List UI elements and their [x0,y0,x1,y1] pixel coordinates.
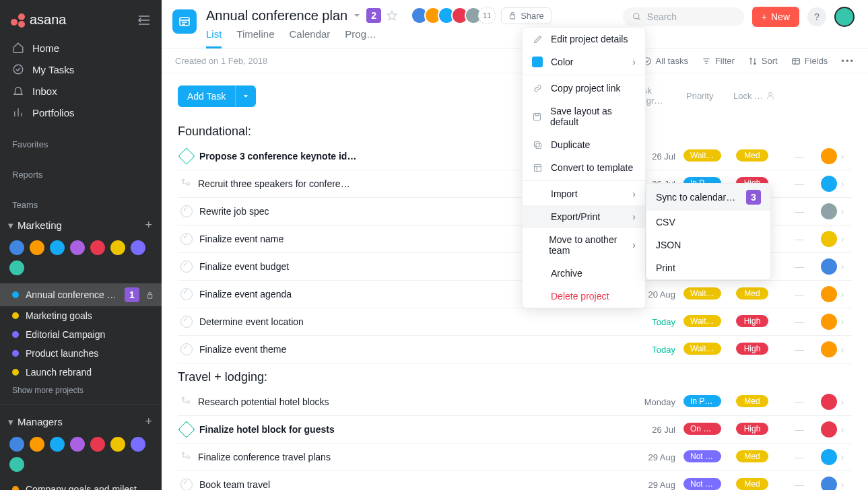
lock-cell[interactable]: — [775,206,815,217]
tab-prog[interactable]: Prog… [345,28,376,48]
lock-cell[interactable]: — [775,344,815,355]
section-header[interactable]: Travel + lodging: [178,363,852,388]
menu-item-color[interactable]: Color› [523,50,645,73]
lock-cell[interactable]: — [775,396,815,407]
more-actions[interactable]: ••• [841,56,855,66]
project-item[interactable]: Company goals and milest… [0,480,162,490]
task-row[interactable]: Finalize event themeTodayWaiti…High—› [178,336,852,363]
all-tasks-filter[interactable]: All tasks [642,56,688,66]
menu-item-duplicate[interactable]: Duplicate [523,133,645,156]
team-header-marketing[interactable]: ▾Marketing+ [0,214,162,236]
tab-list[interactable]: List [206,28,222,48]
assignee-avatar[interactable] [821,148,837,164]
reports-label[interactable]: Reports [0,164,162,184]
task-row[interactable]: Book team travel29 AugNot S…Med—› [178,471,852,490]
task-name[interactable]: Finalize hotel block for guests [199,424,615,435]
chevron-right-icon[interactable]: › [841,396,844,407]
menu-item-save-layout-as-default[interactable]: Save layout as default [523,100,645,133]
tab-calendar[interactable]: Calendar [289,28,330,48]
lock-cell[interactable]: — [775,424,815,435]
chevron-right-icon[interactable]: › [841,151,844,162]
task-name[interactable]: Book team travel [199,479,615,490]
show-more-projects[interactable]: Show more projects [0,382,162,399]
complete-checkbox[interactable] [180,479,193,490]
progress-pill[interactable]: Not S… [683,450,721,462]
progress-pill[interactable]: On H… [683,423,721,435]
task-due-date[interactable]: Today [615,345,675,355]
task-due-date[interactable]: Monday [615,397,675,407]
complete-checkbox[interactable] [180,260,193,273]
task-due-date[interactable]: 26 Jul [615,425,675,435]
progress-pill[interactable]: Waiti… [683,287,721,300]
lock-cell[interactable]: — [775,289,815,300]
star-icon[interactable] [387,10,397,21]
menu-item-convert-to-template[interactable]: Convert to template [523,156,645,179]
lock-cell[interactable]: — [775,479,815,490]
assignee-avatar[interactable] [821,341,837,357]
priority-pill[interactable]: High [736,343,768,355]
assignee-avatar[interactable] [821,203,837,219]
lock-cell[interactable]: — [775,316,815,327]
favorites-label[interactable]: Favorites [0,134,162,153]
task-due-date[interactable]: Today [615,317,675,327]
chevron-right-icon[interactable]: › [841,424,844,435]
assignee-avatar[interactable] [821,449,837,465]
project-item[interactable]: Marketing goals [0,306,162,325]
chevron-right-icon[interactable]: › [841,452,844,462]
chevron-right-icon[interactable]: › [841,479,844,490]
task-row[interactable]: Research potential hotel blocksMondayIn … [178,388,852,416]
project-icon[interactable] [172,9,197,34]
assignee-avatar[interactable] [821,176,837,192]
help-button[interactable]: ? [807,7,826,26]
chevron-right-icon[interactable]: › [841,234,844,244]
progress-pill[interactable]: In Pro… [683,395,721,407]
progress-pill[interactable]: Not S… [683,478,721,490]
col-assignee[interactable] [766,91,799,100]
menu-item-delete-project[interactable]: Delete project [523,285,645,308]
project-menu-caret[interactable] [353,11,361,20]
task-due-date[interactable]: 29 Aug [615,452,675,462]
submenu-item-print[interactable]: Print [646,256,770,279]
asana-logo[interactable]: asana [11,12,67,28]
task-name[interactable]: Finalize event theme [199,344,615,355]
complete-checkbox[interactable] [180,205,193,217]
assignee-avatar[interactable] [821,394,837,410]
project-item[interactable]: Product launches [0,344,162,363]
lock-cell[interactable]: — [775,261,815,272]
progress-pill[interactable]: Waiti… [683,315,721,327]
share-button[interactable]: Share [501,7,552,24]
milestone-icon[interactable] [178,421,195,438]
task-name[interactable]: Research potential hotel blocks [198,396,615,407]
complete-checkbox[interactable] [180,288,193,300]
assignee-avatar[interactable] [821,231,837,247]
priority-pill[interactable]: Med [736,149,768,162]
submenu-item-csv[interactable]: CSV [646,211,770,234]
task-name[interactable]: Finalize conference travel plans [198,452,615,462]
chevron-right-icon[interactable]: › [841,316,844,327]
chevron-right-icon[interactable]: › [841,344,844,355]
add-project-icon[interactable]: + [145,218,152,232]
nav-inbox[interactable]: Inbox [0,80,162,102]
member-stack[interactable]: 11 [415,7,496,24]
priority-pill[interactable]: Med [736,287,768,300]
section-header[interactable]: Foundational: [178,118,852,143]
menu-item-export-print[interactable]: Export/Print› [523,205,645,228]
assignee-avatar[interactable] [821,258,837,275]
complete-checkbox[interactable] [180,316,193,328]
priority-pill[interactable]: High [736,315,768,327]
chevron-right-icon[interactable]: › [841,261,844,272]
menu-item-copy-project-link[interactable]: Copy project link [523,77,645,100]
search-input[interactable]: Search [623,7,744,26]
nav-portfolios[interactable]: Portfolios [0,102,162,123]
add-task-button[interactable]: Add Task [178,85,235,107]
task-row[interactable]: Determine event locationTodayWaiti…High—… [178,308,852,336]
menu-item-archive[interactable]: Archive [523,262,645,285]
milestone-icon[interactable] [178,147,195,164]
col-priority[interactable]: Priority [678,91,725,101]
priority-pill[interactable]: Med [736,395,768,407]
task-due-date[interactable]: 29 Aug [615,480,675,490]
team-avatars[interactable] [0,433,162,480]
task-row[interactable]: Propose 3 conference keynote id…126 JulW… [178,143,852,170]
add-task-dropdown[interactable] [235,85,256,107]
chevron-right-icon[interactable]: › [841,206,844,217]
